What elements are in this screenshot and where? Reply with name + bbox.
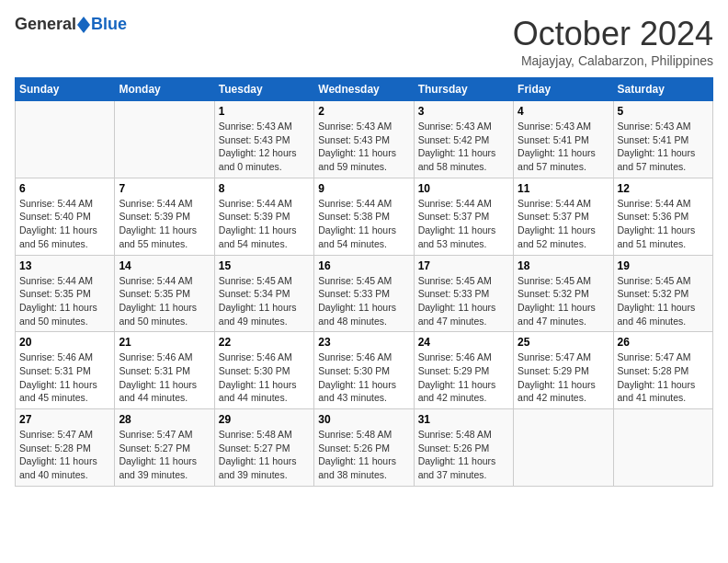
day-info: Sunrise: 5:43 AMSunset: 5:43 PMDaylight:… [318,120,409,174]
day-info: Sunrise: 5:46 AMSunset: 5:31 PMDaylight:… [119,350,210,405]
calendar-cell: 25Sunrise: 5:47 AMSunset: 5:29 PMDayligh… [514,332,613,409]
day-info: Sunrise: 5:44 AMSunset: 5:37 PMDaylight:… [518,197,609,251]
calendar-cell: 8Sunrise: 5:44 AMSunset: 5:39 PMDaylight… [214,178,313,255]
calendar-cell: 4Sunrise: 5:43 AMSunset: 5:41 PMDaylight… [514,101,613,178]
day-info: Sunrise: 5:43 AMSunset: 5:41 PMDaylight:… [518,120,609,174]
day-number: 26 [618,336,709,349]
calendar-cell: 13Sunrise: 5:44 AMSunset: 5:35 PMDayligh… [16,255,115,332]
calendar-cell: 12Sunrise: 5:44 AMSunset: 5:36 PMDayligh… [613,178,712,255]
day-info: Sunrise: 5:45 AMSunset: 5:32 PMDaylight:… [618,274,709,328]
day-info: Sunrise: 5:44 AMSunset: 5:39 PMDaylight:… [119,197,210,251]
day-info: Sunrise: 5:43 AMSunset: 5:41 PMDaylight:… [618,120,709,174]
day-number: 7 [119,182,210,195]
header-day: Friday [514,78,613,101]
calendar-cell: 17Sunrise: 5:45 AMSunset: 5:33 PMDayligh… [414,255,513,332]
day-number: 9 [318,182,409,195]
page-header: General Blue October 2024 Majayjay, Cala… [15,15,713,68]
header-day: Wednesday [314,78,414,101]
day-info: Sunrise: 5:47 AMSunset: 5:27 PMDaylight:… [119,428,210,482]
calendar-cell: 9Sunrise: 5:44 AMSunset: 5:38 PMDaylight… [314,178,414,255]
calendar-cell: 18Sunrise: 5:45 AMSunset: 5:32 PMDayligh… [514,255,613,332]
logo-icon [77,17,90,33]
day-number: 22 [219,336,310,349]
month-title: October 2024 [513,15,713,53]
calendar-cell: 29Sunrise: 5:48 AMSunset: 5:27 PMDayligh… [214,409,313,487]
day-number: 10 [418,182,509,195]
day-info: Sunrise: 5:45 AMSunset: 5:33 PMDaylight:… [318,274,409,328]
day-number: 11 [518,182,609,195]
calendar-cell: 1Sunrise: 5:43 AMSunset: 5:43 PMDaylight… [214,101,313,178]
day-number: 4 [518,105,609,118]
calendar-week-row: 20Sunrise: 5:46 AMSunset: 5:31 PMDayligh… [16,332,713,409]
location: Majayjay, Calabarzon, Philippines [513,53,713,68]
calendar-cell: 31Sunrise: 5:48 AMSunset: 5:26 PMDayligh… [414,409,513,487]
day-info: Sunrise: 5:44 AMSunset: 5:35 PMDaylight:… [19,274,110,328]
calendar-cell: 21Sunrise: 5:46 AMSunset: 5:31 PMDayligh… [115,332,214,409]
day-number: 18 [518,259,609,272]
calendar-cell: 24Sunrise: 5:46 AMSunset: 5:29 PMDayligh… [414,332,513,409]
day-number: 27 [19,413,110,426]
day-info: Sunrise: 5:43 AMSunset: 5:42 PMDaylight:… [418,120,509,174]
day-info: Sunrise: 5:44 AMSunset: 5:37 PMDaylight:… [418,197,509,251]
calendar-cell: 3Sunrise: 5:43 AMSunset: 5:42 PMDaylight… [414,101,513,178]
header-day: Sunday [16,78,115,101]
logo-blue: Blue [91,15,127,34]
day-info: Sunrise: 5:48 AMSunset: 5:27 PMDaylight:… [219,428,310,482]
calendar-cell: 10Sunrise: 5:44 AMSunset: 5:37 PMDayligh… [414,178,513,255]
calendar-cell: 7Sunrise: 5:44 AMSunset: 5:39 PMDaylight… [115,178,214,255]
day-number: 15 [219,259,310,272]
day-info: Sunrise: 5:46 AMSunset: 5:31 PMDaylight:… [19,350,110,405]
header-day: Saturday [613,78,712,101]
calendar-header-row: SundayMondayTuesdayWednesdayThursdayFrid… [16,78,713,101]
day-number: 14 [119,259,210,272]
logo: General Blue [15,15,127,34]
day-number: 1 [219,105,310,118]
day-number: 21 [119,336,210,349]
day-info: Sunrise: 5:47 AMSunset: 5:28 PMDaylight:… [618,350,709,405]
calendar-cell: 11Sunrise: 5:44 AMSunset: 5:37 PMDayligh… [514,178,613,255]
day-number: 31 [418,413,509,426]
calendar-table: SundayMondayTuesdayWednesdayThursdayFrid… [15,77,713,487]
calendar-body: 1Sunrise: 5:43 AMSunset: 5:43 PMDaylight… [16,101,713,487]
calendar-cell: 27Sunrise: 5:47 AMSunset: 5:28 PMDayligh… [16,409,115,487]
day-info: Sunrise: 5:44 AMSunset: 5:35 PMDaylight:… [119,274,210,328]
day-info: Sunrise: 5:44 AMSunset: 5:40 PMDaylight:… [19,197,110,251]
day-number: 29 [219,413,310,426]
day-info: Sunrise: 5:47 AMSunset: 5:29 PMDaylight:… [518,350,609,405]
calendar-cell [115,101,214,178]
day-info: Sunrise: 5:44 AMSunset: 5:36 PMDaylight:… [618,197,709,251]
day-number: 17 [418,259,509,272]
day-number: 6 [19,182,110,195]
day-number: 12 [618,182,709,195]
header-day: Monday [115,78,214,101]
day-number: 25 [518,336,609,349]
day-info: Sunrise: 5:48 AMSunset: 5:26 PMDaylight:… [318,428,409,482]
day-number: 16 [318,259,409,272]
calendar-cell: 20Sunrise: 5:46 AMSunset: 5:31 PMDayligh… [16,332,115,409]
calendar-cell: 15Sunrise: 5:45 AMSunset: 5:34 PMDayligh… [214,255,313,332]
day-number: 19 [618,259,709,272]
calendar-cell [514,409,613,487]
day-number: 23 [318,336,409,349]
header-day: Thursday [414,78,513,101]
day-info: Sunrise: 5:45 AMSunset: 5:34 PMDaylight:… [219,274,310,328]
day-info: Sunrise: 5:45 AMSunset: 5:32 PMDaylight:… [518,274,609,328]
calendar-cell: 14Sunrise: 5:44 AMSunset: 5:35 PMDayligh… [115,255,214,332]
svg-marker-0 [77,17,90,33]
day-number: 5 [618,105,709,118]
logo-general: General [15,15,76,34]
day-number: 8 [219,182,310,195]
header-day: Tuesday [214,78,313,101]
day-number: 3 [418,105,509,118]
calendar-week-row: 6Sunrise: 5:44 AMSunset: 5:40 PMDaylight… [16,178,713,255]
calendar-week-row: 1Sunrise: 5:43 AMSunset: 5:43 PMDaylight… [16,101,713,178]
day-info: Sunrise: 5:45 AMSunset: 5:33 PMDaylight:… [418,274,509,328]
title-area: October 2024 Majayjay, Calabarzon, Phili… [513,15,713,68]
day-number: 30 [318,413,409,426]
calendar-week-row: 13Sunrise: 5:44 AMSunset: 5:35 PMDayligh… [16,255,713,332]
calendar-cell: 22Sunrise: 5:46 AMSunset: 5:30 PMDayligh… [214,332,313,409]
calendar-cell: 30Sunrise: 5:48 AMSunset: 5:26 PMDayligh… [314,409,414,487]
day-info: Sunrise: 5:43 AMSunset: 5:43 PMDaylight:… [219,120,310,174]
day-info: Sunrise: 5:48 AMSunset: 5:26 PMDaylight:… [418,428,509,482]
calendar-cell: 28Sunrise: 5:47 AMSunset: 5:27 PMDayligh… [115,409,214,487]
